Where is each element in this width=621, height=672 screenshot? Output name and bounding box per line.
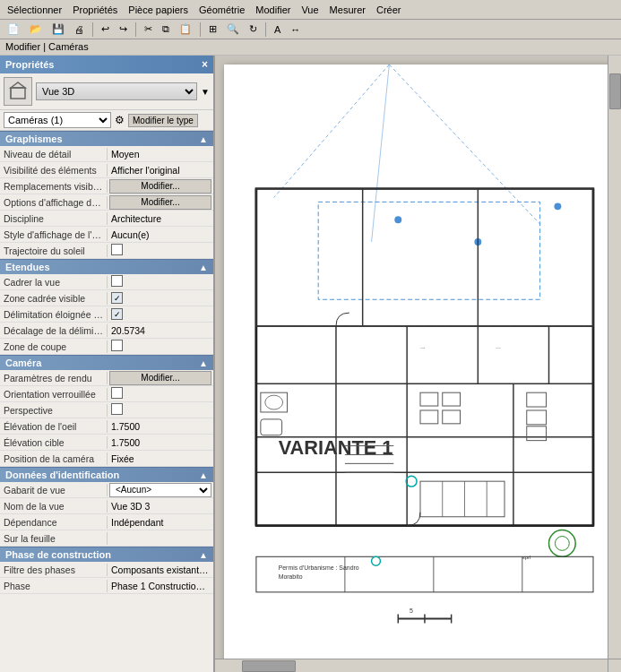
checkbox-trajectoire[interactable]	[111, 244, 123, 255]
toolbar-row2[interactable]: 📄 📂 💾 🖨 ↩ ↪ ✂ ⧉ 📋 ⊞ 🔍 ↻ A ↔	[0, 20, 621, 39]
menu-mesurer[interactable]: Mesurer	[326, 3, 369, 17]
section-header-graphismes[interactable]: Graphismes ▲	[0, 131, 213, 146]
menu-proprietes[interactable]: Propriétés	[69, 3, 121, 17]
prop-value-perspective[interactable]	[108, 402, 213, 418]
vue-3d-select[interactable]: Vue 3D	[36, 82, 197, 100]
menu-selectionner[interactable]: Sélectionner	[4, 3, 65, 17]
prop-label-visibilite: Visibilité des éléments	[0, 164, 108, 177]
prop-label-sur-feuille: Sur la feuille	[0, 532, 108, 545]
prop-btn-remplacements[interactable]: Modifier...	[108, 179, 213, 194]
horizontal-scrollbar[interactable]	[215, 659, 608, 672]
checkbox-delimitation[interactable]: ✓	[111, 308, 123, 320]
prop-gabarit-vue[interactable]: Gabarit de vue <Aucun>	[0, 482, 213, 498]
btn-open[interactable]: 📂	[26, 22, 46, 37]
btn-copy[interactable]: ⧉	[159, 22, 173, 37]
btn-zoom[interactable]: 🔍	[223, 22, 243, 37]
modifier-btn-remplacements[interactable]: Modifier...	[109, 179, 211, 194]
modifier-btn-params[interactable]: Modifier...	[109, 371, 211, 385]
prop-value-position: Fixée	[108, 452, 213, 465]
section-arrow-graphismes: ▲	[199, 134, 208, 144]
prop-select-gabarit[interactable]: <Aucun>	[108, 483, 213, 497]
prop-label-position: Position de la caméra	[0, 452, 108, 465]
prop-delimitation[interactable]: Délimitation éloignée ac... ✓	[0, 306, 213, 323]
btn-rotate[interactable]: ↻	[246, 22, 261, 37]
toolbar-row1[interactable]: Sélectionner Propriétés Pièce papiers Gé…	[0, 0, 621, 20]
btn-redo[interactable]: ↪	[116, 22, 131, 37]
prop-label-dependance: Dépendance	[0, 516, 108, 529]
prop-cadrer-vue[interactable]: Cadrer la vue	[0, 274, 213, 290]
vertical-scrollbar[interactable]	[608, 56, 621, 659]
prop-zone-cadree[interactable]: Zone cadrée visible ✓	[0, 290, 213, 306]
checkbox-zone-coupe[interactable]	[111, 340, 123, 351]
section-header-phase[interactable]: Phase de construction ▲	[0, 547, 213, 562]
canvas-area[interactable]: VARIANTE 1	[215, 56, 621, 672]
svg-marker-1	[11, 82, 25, 88]
prop-value-trajectoire[interactable]	[108, 243, 213, 258]
modifier-btn-options[interactable]: Modifier...	[109, 195, 211, 210]
prop-remplacements[interactable]: Remplacements visibilité... Modifier...	[0, 178, 213, 194]
prop-decalage: Décalage de la délimitat... 20.5734	[0, 323, 213, 339]
section-header-etendues[interactable]: Etendues ▲	[0, 259, 213, 274]
prop-trajectoire-soleil[interactable]: Trajectoire du soleil	[0, 243, 213, 259]
prop-value-zone-cadree[interactable]: ✓	[108, 291, 213, 306]
checkbox-orientation[interactable]	[111, 387, 123, 399]
prop-value-decalage: 20.5734	[108, 324, 213, 337]
gabarit-select[interactable]: <Aucun>	[109, 483, 211, 497]
svg-text:sprl: sprl	[522, 555, 531, 560]
prop-label-options: Options d'affichage des ...	[0, 196, 108, 209]
prop-label-phase: Phase	[0, 580, 108, 592]
section-header-donnees[interactable]: Données d'identification ▲	[0, 467, 213, 482]
prop-value-delimitation[interactable]: ✓	[108, 307, 213, 322]
prop-discipline: Discipline Architecture	[0, 211, 213, 227]
prop-value-filtre: Composants existants ...	[108, 564, 213, 576]
menu-vue[interactable]: Vue	[298, 3, 322, 17]
prop-btn-params-rendu[interactable]: Modifier...	[108, 371, 213, 385]
prop-label-elev-cible: Élévation cible	[0, 436, 108, 449]
btn-print[interactable]: 🖨	[71, 22, 88, 37]
prop-label-zone-cadree: Zone cadrée visible	[0, 292, 108, 305]
menu-piece-papiers[interactable]: Pièce papiers	[125, 3, 192, 17]
prop-btn-options[interactable]: Modifier...	[108, 195, 213, 210]
prop-options-affichage[interactable]: Options d'affichage des ... Modifier...	[0, 194, 213, 211]
btn-undo[interactable]: ↩	[98, 22, 113, 37]
cameras-select[interactable]: Caméras (1)	[4, 112, 111, 128]
checkbox-perspective[interactable]	[111, 403, 123, 415]
menu-creer[interactable]: Créer	[373, 3, 405, 17]
checkbox-cadrer[interactable]	[111, 275, 123, 287]
prop-label-decalage: Décalage de la délimitat...	[0, 324, 108, 337]
h-scrollbar-thumb[interactable]	[242, 660, 296, 672]
prop-value-cadrer[interactable]	[108, 274, 213, 289]
prop-params-rendu[interactable]: Paramètres de rendu Modifier...	[0, 370, 213, 386]
btn-new[interactable]: 📄	[4, 22, 23, 37]
panel-close-button[interactable]: ×	[202, 58, 208, 71]
prop-orientation[interactable]: Orientation verrouillée	[0, 386, 213, 402]
section-label-graphismes: Graphismes	[5, 134, 63, 144]
prop-zone-coupe[interactable]: Zone de coupe	[0, 339, 213, 355]
prop-perspective[interactable]: Perspective	[0, 402, 213, 418]
prop-value-phase: Phase 1 Construction a...	[108, 580, 213, 592]
checkbox-zone-cadree[interactable]: ✓	[111, 292, 123, 304]
btn-text[interactable]: A	[271, 22, 284, 37]
prop-value-orientation[interactable]	[108, 386, 213, 401]
modify-type-icon: ⚙	[115, 114, 125, 126]
section-header-camera[interactable]: Caméra ▲	[0, 355, 213, 370]
prop-value-zone-coupe[interactable]	[108, 339, 213, 354]
properties-content: Graphismes ▲ Niveau de détail Moyen Visi…	[0, 131, 213, 672]
modifier-type-button[interactable]: Modifier le type	[128, 114, 198, 127]
prop-elevation-cible: Élévation cible 1.7500	[0, 435, 213, 451]
section-arrow-donnees: ▲	[199, 470, 208, 480]
menu-modifier[interactable]: Modifier	[252, 3, 294, 17]
prop-position-camera: Position de la caméra Fixée	[0, 451, 213, 467]
separator2	[135, 22, 136, 37]
v-scrollbar-thumb[interactable]	[609, 73, 621, 109]
menu-geometrie[interactable]: Géométrie	[195, 3, 248, 17]
prop-label-perspective: Perspective	[0, 404, 108, 417]
btn-align[interactable]: ⊞	[205, 22, 220, 37]
btn-dim[interactable]: ↔	[287, 22, 304, 37]
btn-save[interactable]: 💾	[48, 22, 68, 37]
btn-paste[interactable]: 📋	[176, 22, 195, 37]
properties-panel: Propriétés × Vue 3D ▼ Caméras (1) ⚙	[0, 56, 215, 672]
btn-cut[interactable]: ✂	[141, 22, 156, 37]
separator1	[92, 22, 93, 37]
svg-point-11	[554, 202, 561, 210]
